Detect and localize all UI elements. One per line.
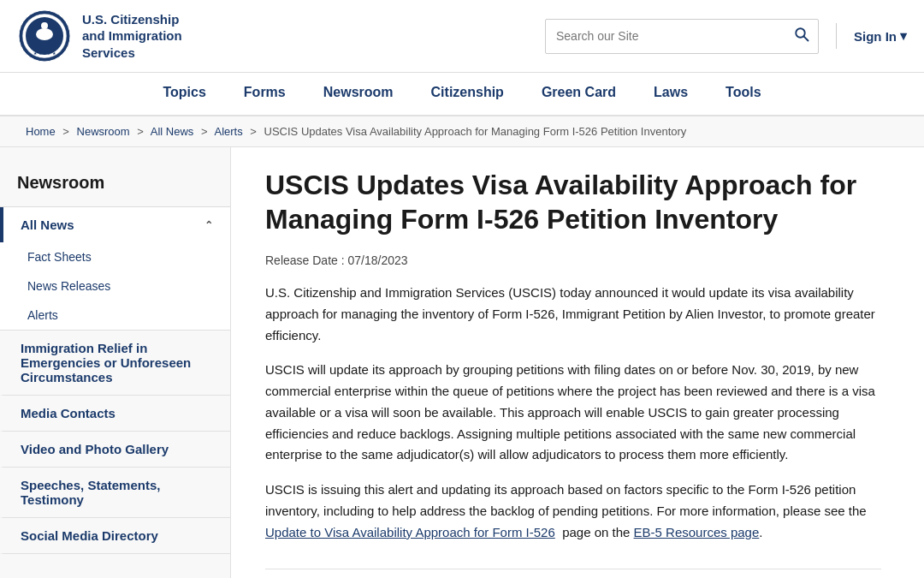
sidebar-news-releases[interactable]: News Releases xyxy=(0,271,230,301)
svg-line-8 xyxy=(804,36,808,40)
sidebar-immigration-relief[interactable]: Immigration Relief in Emergencies or Unf… xyxy=(0,331,230,396)
sidebar-allnews[interactable]: All News ⌃ xyxy=(0,207,230,242)
nav-forms[interactable]: Forms xyxy=(225,73,305,115)
sidebar-video-gallery[interactable]: Video and Photo Gallery xyxy=(0,432,230,468)
breadcrumb: Home > Newsroom > All News > Alerts > US… xyxy=(0,116,924,147)
article-body: U.S. Citizenship and Immigration Service… xyxy=(265,283,881,543)
sidebar-alerts[interactable]: Alerts xyxy=(0,301,230,330)
breadcrumb-allnews[interactable]: All News xyxy=(151,125,194,138)
search-icon xyxy=(794,27,809,42)
header-divider xyxy=(836,23,837,49)
site-header: ★ ★ ★ ★ ★ U.S. Citizenship and Immigrati… xyxy=(0,0,924,73)
nav-topics[interactable]: Topics xyxy=(144,73,224,115)
svg-point-5 xyxy=(41,22,48,29)
search-button[interactable] xyxy=(785,20,818,53)
sidebar-fact-sheets[interactable]: Fact Sheets xyxy=(0,242,230,271)
sidebar-media-contacts[interactable]: Media Contacts xyxy=(0,396,230,432)
main-navigation: Topics Forms Newsroom Citizenship Green … xyxy=(0,73,924,116)
nav-green-card[interactable]: Green Card xyxy=(523,73,635,115)
search-input[interactable] xyxy=(546,22,785,50)
uscis-seal-icon: ★ ★ ★ ★ ★ xyxy=(17,9,72,63)
article-paragraph-1: U.S. Citizenship and Immigration Service… xyxy=(265,283,881,346)
last-reviewed: Last Reviewed/Updated: 07/18/2023 xyxy=(265,569,881,578)
header-right: Sign In ▾ xyxy=(545,19,907,54)
logo-area: ★ ★ ★ ★ ★ U.S. Citizenship and Immigrati… xyxy=(17,9,182,63)
page-layout: Newsroom All News ⌃ Fact Sheets News Rel… xyxy=(0,147,924,578)
sidebar-speeches[interactable]: Speeches, Statements, Testimony xyxy=(0,468,230,518)
nav-tools[interactable]: Tools xyxy=(707,73,779,115)
sidebar-allnews-section: All News ⌃ Fact Sheets News Releases Ale… xyxy=(0,206,230,331)
breadcrumb-home[interactable]: Home xyxy=(26,125,56,138)
nav-laws[interactable]: Laws xyxy=(635,73,707,115)
sign-in-button[interactable]: Sign In ▾ xyxy=(854,28,907,44)
sidebar-sub-items: Fact Sheets News Releases Alerts xyxy=(0,242,230,331)
article-paragraph-2: USCIS will update its approach by groupi… xyxy=(265,360,881,466)
page-title: USCIS Updates Visa Availability Approach… xyxy=(265,168,881,236)
nav-citizenship[interactable]: Citizenship xyxy=(412,73,523,115)
chevron-up-icon: ⌃ xyxy=(204,219,213,231)
sidebar: Newsroom All News ⌃ Fact Sheets News Rel… xyxy=(0,147,231,578)
article-paragraph-3: USCIS is issuing this alert and updating… xyxy=(265,480,881,543)
breadcrumb-current: USCIS Updates Visa Availability Approach… xyxy=(264,125,687,138)
eb5-resources-link[interactable]: EB-5 Resources page xyxy=(634,525,760,539)
breadcrumb-alerts[interactable]: Alerts xyxy=(214,125,242,138)
agency-name: U.S. Citizenship and Immigration Service… xyxy=(82,11,182,62)
main-content: USCIS Updates Visa Availability Approach… xyxy=(231,147,915,578)
svg-text:★ ★ ★ ★ ★: ★ ★ ★ ★ ★ xyxy=(33,51,56,56)
search-bar xyxy=(545,19,819,54)
sidebar-social-media[interactable]: Social Media Directory xyxy=(0,518,230,554)
breadcrumb-newsroom[interactable]: Newsroom xyxy=(77,125,130,138)
sidebar-title: Newsroom xyxy=(0,164,230,206)
update-visa-link[interactable]: Update to Visa Availability Approach for… xyxy=(265,525,555,539)
nav-newsroom[interactable]: Newsroom xyxy=(305,73,412,115)
release-date: Release Date : 07/18/2023 xyxy=(265,253,881,267)
